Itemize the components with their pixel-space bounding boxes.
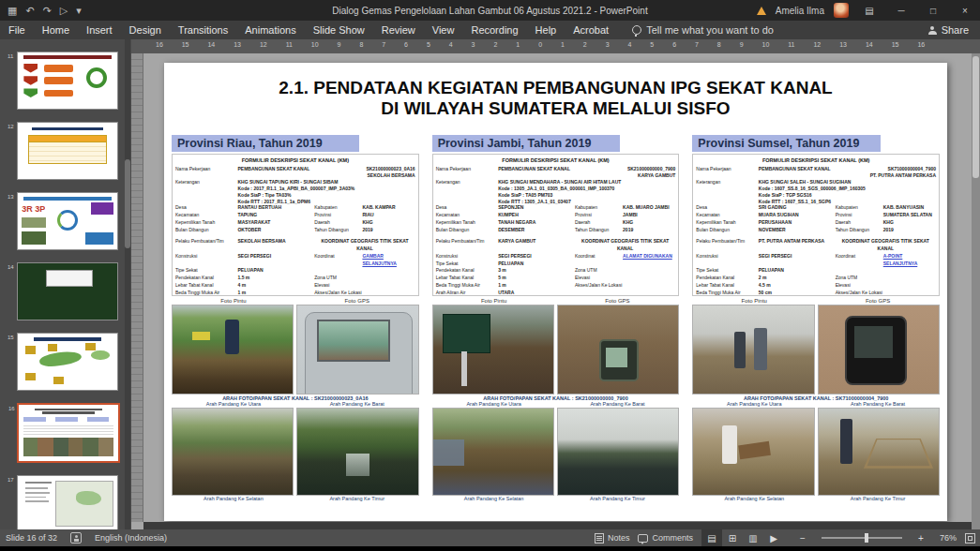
tab-transitions[interactable]: Transitions [170, 24, 236, 36]
field-label: Daerah [575, 219, 623, 227]
photo-gps-device[interactable] [818, 305, 940, 395]
tab-acrobat[interactable]: Acrobat [565, 24, 617, 36]
tab-animations[interactable]: Animations [236, 24, 304, 36]
field-label: Keterangan [436, 179, 498, 204]
tab-help[interactable]: Help [527, 24, 565, 36]
thumbnail-scrollbar[interactable] [125, 39, 130, 529]
field-value [623, 275, 675, 282]
direction-caption: Arah Pandang Ke Selatan [692, 496, 816, 501]
tab-home[interactable]: Home [34, 24, 78, 36]
province-form[interactable]: FORMULIR DESKRIPSI SEKAT KANAL (KM) Nama… [692, 154, 940, 296]
field-value: SEPONJEN [498, 204, 575, 212]
slide-thumbnail-14[interactable]: 14 [17, 262, 118, 320]
province-header[interactable]: Provinsi Jambi, Tahun 2019 [432, 135, 620, 152]
province-header[interactable]: Provinsi Riau, Tahun 2019 [172, 135, 359, 152]
field-label: Daerah [314, 219, 362, 227]
slide-thumbnail-16-current[interactable]: 16 [17, 403, 120, 463]
zoom-in-icon[interactable]: + [911, 529, 931, 546]
field-label: Tipe Sekat [436, 261, 498, 268]
customize-qat-icon[interactable]: ▾ [76, 5, 82, 17]
minimize-button[interactable]: ─ [890, 0, 912, 21]
save-icon[interactable]: ▦ [8, 5, 17, 17]
canvas-bottom-edge [143, 522, 972, 529]
slide-title[interactable]: 2.1. PENDATAAN KEGIATAN PEMBANGUNAN IPG … [164, 78, 947, 120]
warning-icon[interactable] [757, 7, 766, 15]
photo-sekat-kanal[interactable] [172, 305, 294, 395]
accessibility-icon[interactable] [70, 532, 82, 544]
coordinate-link[interactable]: GAMBAR SELANJUTNYA [362, 253, 415, 268]
field-label: Tahun Dibangun [836, 227, 883, 234]
field-value: SEGI PERSEGI [759, 253, 836, 268]
vertical-ruler[interactable] [131, 53, 143, 522]
field-value: 5 m [498, 275, 575, 282]
undo-icon[interactable]: ↶ [25, 5, 34, 17]
slide-thumbnail-11[interactable]: 11 [17, 52, 118, 110]
share-button[interactable]: Share [928, 24, 980, 36]
redo-icon[interactable]: ↷ [43, 5, 52, 17]
field-label: Nama Pekerjaan [696, 166, 758, 179]
direction-caption: Arah Pandang Ke Timur [816, 496, 940, 501]
thumbnail-scrollbar-thumb[interactable] [125, 159, 130, 248]
photo-canal-view[interactable] [432, 408, 554, 496]
tab-slideshow[interactable]: Slide Show [305, 24, 373, 36]
form-code: SK71000000004_7900 PT. PUTRA ANTAM PERKA… [836, 166, 936, 179]
province-form[interactable]: FORMULIR DESKRIPSI SEKAT KANAL (KM) Nama… [172, 154, 419, 296]
photo-sekat-kanal[interactable] [692, 305, 814, 395]
field-value: KAB. MUARO JAMBI [623, 204, 675, 212]
zoom-percent[interactable]: 76% [940, 533, 957, 543]
slide-canvas[interactable]: 2.1. PENDATAAN KEGIATAN PEMBANGUNAN IPG … [164, 63, 947, 521]
field-label: Desa [436, 204, 498, 212]
tab-file[interactable]: File [0, 24, 34, 36]
photo-canal-view[interactable] [296, 408, 418, 496]
start-slideshow-icon[interactable]: ▷ [60, 5, 68, 17]
field-label: Pelaku Pembuatan/Tim [696, 238, 758, 253]
photo-canal-view[interactable] [172, 408, 294, 496]
ribbon-display-options-icon[interactable]: ▤ [858, 0, 881, 21]
zoom-out-icon[interactable]: − [792, 529, 813, 546]
close-button[interactable]: × [954, 0, 976, 21]
photo-gps-device[interactable] [557, 305, 679, 395]
slide-thumbnail-12[interactable]: 12 [17, 122, 118, 180]
field-label: Pendekatan Kanal [175, 275, 237, 282]
tab-view[interactable]: View [424, 24, 463, 36]
province-form[interactable]: FORMULIR DESKRIPSI SEKAT KANAL (KM) Nama… [432, 154, 680, 296]
avatar[interactable] [834, 3, 849, 18]
slide-thumbnail-15[interactable]: 15 [17, 333, 118, 391]
tab-insert[interactable]: Insert [78, 24, 121, 36]
slide-sorter-icon[interactable]: ⊞ [722, 529, 743, 546]
coordinate-link[interactable]: A-POINT SELANJUTNYA [883, 253, 936, 268]
field-value: PEMBANGUNAN SEKAT KANAL [237, 166, 314, 179]
slide-thumbnail-17[interactable]: 17 [17, 475, 118, 529]
coordinate-link[interactable]: ALAMAT DIGUNAKAN [623, 253, 675, 261]
zoom-slider-knob[interactable] [865, 533, 868, 543]
slide-thumbnail-13[interactable]: 13 3R 3P [17, 192, 118, 250]
photo-canal-view[interactable] [692, 408, 814, 496]
canvas-scrollbar-thumb[interactable] [972, 56, 979, 178]
photo-canal-view[interactable] [818, 408, 940, 496]
canvas-scrollbar[interactable] [972, 53, 980, 529]
normal-view-icon[interactable]: ▤ [701, 529, 722, 546]
photo-canal-view[interactable] [557, 408, 679, 496]
maximize-button[interactable]: □ [922, 0, 944, 21]
fit-to-window-icon[interactable] [965, 533, 975, 544]
field-label: Zona UTM [836, 275, 883, 282]
photo-sekat-kanal[interactable] [432, 305, 554, 395]
notes-button[interactable]: Notes [595, 533, 630, 544]
user-name[interactable]: Amelia Ilma [776, 6, 824, 16]
zoom-slider[interactable] [822, 537, 902, 539]
comments-button[interactable]: Comments [638, 533, 693, 543]
field-value [883, 282, 936, 290]
tell-me-box[interactable]: Tell me what you want to do [632, 24, 774, 36]
slideshow-view-icon[interactable]: ▶ [763, 529, 784, 546]
field-label: Tahun Dibangun [314, 227, 362, 234]
field-value: KHG [623, 219, 675, 227]
tab-design[interactable]: Design [121, 24, 170, 36]
province-header[interactable]: Provinsi Sumsel, Tahun 2019 [692, 135, 880, 152]
language-indicator[interactable]: English (Indonesia) [95, 533, 167, 543]
direction-caption: Arah Pandang Ke Barat [556, 401, 680, 407]
horizontal-ruler[interactable]: 16 15 14 13 12 11 10 9 8 7 6 5 4 3 2 1 0… [131, 39, 980, 53]
reading-view-icon[interactable]: ▥ [743, 529, 763, 546]
tab-review[interactable]: Review [373, 24, 424, 36]
photo-gps-device[interactable] [296, 305, 418, 395]
tab-recording[interactable]: Recording [462, 24, 526, 36]
